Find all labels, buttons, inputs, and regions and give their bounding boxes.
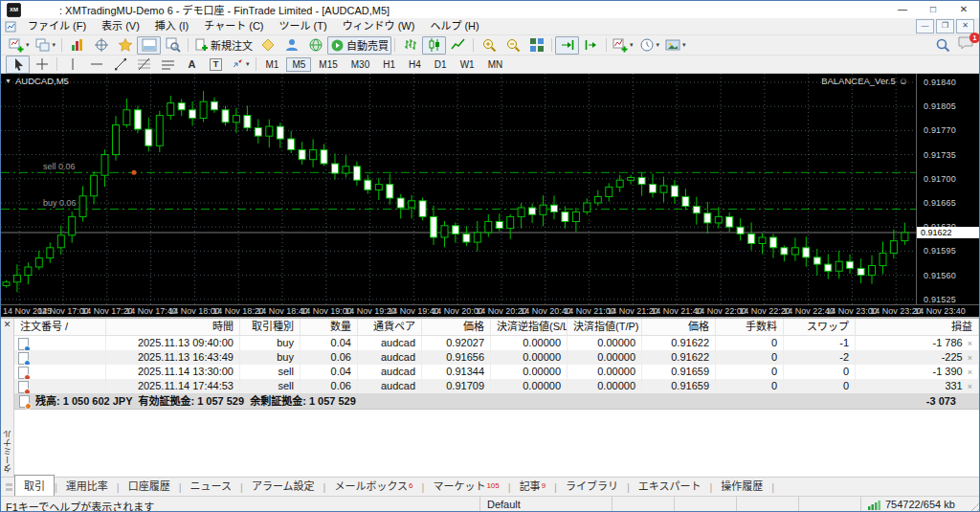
tab-9[interactable]: エキスパート (630, 476, 710, 496)
close-position-icon[interactable]: × (968, 353, 972, 363)
menu-item[interactable]: ファイル (F) (20, 20, 94, 32)
label-tool-button[interactable]: T (204, 56, 228, 74)
data-window-button[interactable] (89, 36, 113, 55)
indicators-button[interactable]: ▾ (610, 36, 636, 55)
templates-button[interactable]: ▾ (662, 36, 689, 55)
tab-2[interactable]: 口座履歴 (120, 476, 179, 496)
strategy-tester-button[interactable] (161, 36, 185, 55)
new-order-button[interactable]: 新規注文 (191, 36, 256, 55)
order-icon-buy (18, 338, 29, 350)
vertical-line-tool-button[interactable] (60, 56, 84, 74)
column-header[interactable]: 価格 (642, 319, 716, 335)
tile-windows-button[interactable] (524, 36, 548, 55)
menu-item[interactable]: チャート (C) (196, 20, 271, 32)
timeframe-h1[interactable]: H1 (377, 57, 401, 72)
trendline-tool-button[interactable] (108, 56, 132, 74)
horizontal-line-tool-button[interactable] (84, 56, 108, 74)
close-position-icon[interactable]: × (968, 367, 972, 377)
order-cell: 0.00000 (568, 350, 642, 365)
candlestick-mode-button[interactable] (422, 36, 446, 55)
tab-4[interactable]: アラーム設定 (243, 476, 323, 496)
navigator-button[interactable] (113, 36, 137, 55)
auto-scroll-button[interactable] (555, 36, 579, 55)
search-icon[interactable] (935, 37, 950, 53)
zoom-in-button[interactable] (477, 36, 501, 55)
profile-selector[interactable]: Default (479, 497, 612, 512)
chart-close-button[interactable]: ✕ (956, 19, 974, 33)
dock-grip-icon (3, 478, 14, 496)
zoom-out-button[interactable] (501, 36, 524, 55)
timeframe-mn[interactable]: MN (482, 57, 509, 72)
timeframe-w1[interactable]: W1 (455, 57, 480, 72)
timeframe-m15[interactable]: M15 (313, 57, 343, 72)
timeframe-d1[interactable]: D1 (429, 57, 453, 72)
order-row[interactable]: 2025.11.14 17:44:53sell0.06audcad0.91709… (14, 379, 979, 393)
order-row[interactable]: 2025.11.14 13:30:00sell0.04audcad0.91344… (14, 365, 979, 379)
fibonacci-tool-button[interactable] (132, 56, 156, 74)
community-button[interactable] (279, 36, 303, 55)
minimize-button[interactable]: ― (887, 1, 918, 18)
metaeditor-button[interactable] (256, 36, 279, 55)
menu-item[interactable]: ウィンドウ (W) (335, 20, 423, 32)
maximize-button[interactable]: □ (918, 1, 948, 18)
close-position-icon[interactable]: × (968, 382, 972, 391)
profiles-button[interactable]: ▾ (33, 36, 59, 55)
tab-trade[interactable]: 取引 (14, 475, 55, 497)
column-header[interactable]: 注文番号 / (14, 319, 106, 335)
column-header[interactable]: 数量 (301, 319, 358, 335)
tab-6[interactable]: マーケット105 (424, 476, 507, 496)
order-cell: buy (240, 336, 301, 350)
periods-button[interactable]: ▾ (636, 36, 663, 55)
chart-symbol-label[interactable]: ▼AUDCAD,M5 (5, 76, 69, 86)
order-row[interactable]: 2025.11.13 16:43:49buy0.06audcad0.916560… (14, 350, 979, 365)
column-header[interactable]: 決済指値(T/P) (568, 319, 642, 335)
order-cell: audcad (358, 379, 422, 393)
chart-restore-button[interactable]: ❐ (936, 19, 954, 33)
chat-button[interactable]: 1 (958, 36, 973, 54)
text-tool-button[interactable]: A (180, 56, 204, 74)
timeframe-h4[interactable]: H4 (403, 57, 427, 72)
channel-tool-button[interactable] (156, 56, 180, 74)
column-header[interactable]: 価格 (422, 319, 491, 335)
dropdown-arrow-icon: ▾ (26, 41, 30, 49)
order-row[interactable]: 2025.11.13 09:40:00buy0.04audcad0.920270… (14, 336, 979, 350)
terminal-close-button[interactable]: ✕ (4, 320, 11, 329)
chart-plot[interactable] (1, 74, 916, 304)
column-header[interactable]: スワップ (784, 319, 856, 335)
menu-item[interactable]: ヘルプ (H) (422, 20, 486, 32)
new-chart-button[interactable]: ▾ (6, 36, 33, 55)
menu-item[interactable]: 表示 (V) (94, 20, 147, 32)
close-button[interactable]: ✕ (948, 1, 979, 18)
chart-shift-button[interactable] (579, 36, 603, 55)
timeframe-m1[interactable]: M1 (260, 57, 285, 72)
tab-1[interactable]: 運用比率 (57, 476, 117, 496)
column-header[interactable]: 損益 (856, 319, 979, 335)
tab-5[interactable]: メールボックス6 (325, 476, 421, 496)
auto-trading-button[interactable]: 自動売買 (327, 36, 391, 55)
tab-7[interactable]: 記事9 (511, 476, 554, 496)
timeframe-m5[interactable]: M5 (286, 57, 311, 72)
column-header[interactable]: 通貨ペア (358, 319, 422, 335)
crosshair-tool-button[interactable] (30, 56, 54, 74)
line-chart-mode-button[interactable] (446, 36, 470, 55)
tab-10[interactable]: 操作履歴 (712, 476, 771, 496)
menu-item[interactable]: ツール (T) (272, 20, 335, 32)
menu-item[interactable]: 挿入 (I) (147, 20, 196, 32)
cursor-tool-button[interactable] (6, 56, 30, 74)
chart-minimize-button[interactable]: ― (916, 19, 934, 33)
terminal-button[interactable] (137, 36, 161, 55)
column-header[interactable]: 時間 (106, 319, 240, 335)
arrows-tool-button[interactable]: ▾ (228, 56, 253, 74)
bar-chart-mode-button[interactable] (398, 36, 422, 55)
tab-8[interactable]: ライブラリ (557, 476, 627, 496)
close-position-icon[interactable]: × (968, 339, 972, 348)
auto-trading-icon (330, 38, 345, 53)
tab-3[interactable]: ニュース (182, 476, 240, 496)
website-button[interactable] (303, 36, 327, 55)
terminal-sidebar: ✕ ターミナル (1, 319, 14, 477)
column-header[interactable]: 決済逆指値(S/L) (491, 319, 568, 335)
timeframe-m30[interactable]: M30 (345, 57, 375, 72)
market-watch-button[interactable] (65, 36, 89, 55)
column-header[interactable]: 手数料 (716, 319, 784, 335)
column-header[interactable]: 取引種別 (240, 319, 301, 335)
